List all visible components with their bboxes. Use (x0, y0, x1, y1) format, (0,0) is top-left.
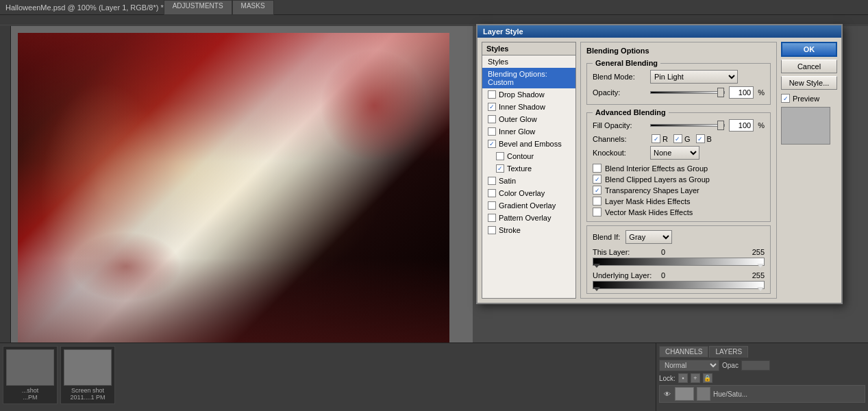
opacity-input-bottom[interactable] (741, 360, 770, 371)
channel-g-checkbox[interactable]: ✓ (673, 134, 682, 143)
opacity-slider-track[interactable] (650, 91, 725, 94)
channel-r-checkbox[interactable]: ✓ (652, 134, 660, 143)
checkbox-satin[interactable] (488, 177, 496, 185)
this-layer-right-handle[interactable] (757, 264, 764, 268)
checkbox-drop-shadow[interactable] (488, 90, 496, 99)
ok-button[interactable]: OK (781, 42, 837, 57)
style-item-gradient-overlay[interactable]: Gradient Overlay (482, 199, 575, 212)
style-item-inner-shadow[interactable]: ✓Inner Shadow (482, 101, 575, 113)
style-label-color-overlay: Color Overlay (499, 189, 545, 197)
style-item-stroke[interactable]: Stroke (482, 224, 575, 236)
channel-r-label: R (662, 135, 668, 143)
fill-opacity-label: Fill Opacity: (593, 121, 646, 129)
transparency-shapes-checkbox[interactable]: ✓ (593, 186, 602, 195)
channel-b-checkbox[interactable]: ✓ (696, 134, 705, 143)
checkbox-pattern-overlay[interactable] (488, 214, 496, 222)
checkbox-outer-glow[interactable] (488, 115, 496, 123)
fill-opacity-thumb[interactable] (717, 121, 724, 130)
dialog-buttons: OK Cancel New Style... ✓ Preview (781, 42, 837, 299)
checkbox-inner-shadow[interactable]: ✓ (488, 103, 496, 111)
preview-checkbox[interactable]: ✓ (781, 94, 790, 103)
bottom-thumb-1[interactable]: ...shot...PM (3, 346, 58, 404)
styles-header[interactable]: Styles (482, 42, 575, 55)
checkbox-color-overlay[interactable] (488, 189, 496, 197)
layer-style-dialog: Layer Style Styles StylesBlending Option… (476, 24, 843, 304)
knockout-label: Knockout: (593, 149, 646, 157)
style-item-contour[interactable]: Contour (482, 150, 575, 162)
layer-name: Hue/Satu... (713, 390, 747, 398)
underlying-max: 255 (752, 271, 765, 279)
tab-channels[interactable]: CHANNELS (659, 346, 708, 358)
blend-mode-row: Blend Mode: NormalDissolveDarkenMultiply… (593, 70, 765, 84)
layer-visibility-icon[interactable]: 👁 (662, 389, 672, 399)
tab-layers[interactable]: LAYERS (709, 346, 748, 358)
underlying-gradient[interactable] (593, 281, 765, 289)
this-layer-header: This Layer: 0 255 (593, 248, 765, 256)
underlying-right-handle[interactable] (757, 287, 764, 291)
layer-mask-row: Layer Mask Hides Effects (593, 197, 765, 206)
knockout-select[interactable]: NoneShallowDeep (650, 146, 699, 160)
channel-g-item: ✓ G (673, 134, 691, 143)
underlying-label: Underlying Layer: (593, 271, 654, 279)
lock-all-icon[interactable]: 🔒 (703, 373, 712, 383)
style-label-outer-glow: Outer Glow (499, 115, 537, 123)
underlying-left-handle[interactable] (593, 287, 600, 291)
blend-interior-label: Blend Interior Effects as Group (605, 164, 708, 173)
lock-position-icon[interactable]: + (691, 373, 700, 383)
layers-blend-select[interactable]: Normal (659, 360, 719, 371)
style-label-styles: Styles (488, 58, 508, 66)
dialog-titlebar: Layer Style (478, 25, 841, 38)
checkbox-contour[interactable] (496, 152, 504, 160)
style-item-bevel-emboss[interactable]: ✓Bevel and Emboss (482, 138, 575, 150)
layers-panel: CHANNELS LAYERS Normal Opac Lock: ▪ + 🔒 … (656, 343, 868, 411)
style-item-color-overlay[interactable]: Color Overlay (482, 187, 575, 199)
blend-clipped-checkbox[interactable]: ✓ (593, 175, 602, 184)
blend-interior-checkbox[interactable] (593, 164, 602, 173)
checkbox-texture[interactable]: ✓ (496, 164, 504, 173)
this-layer-left-handle[interactable] (593, 264, 600, 268)
style-item-blending-options-custom[interactable]: Blending Options: Custom (482, 68, 575, 88)
style-label-inner-shadow: Inner Shadow (499, 103, 545, 111)
checkbox-stroke[interactable] (488, 226, 496, 234)
style-item-drop-shadow[interactable]: Drop Shadow (482, 88, 575, 101)
preview-row: ✓ Preview (781, 94, 837, 103)
opacity-slider-thumb[interactable] (717, 88, 724, 97)
general-blending-group: General Blending Blend Mode: NormalDisso… (586, 59, 771, 105)
blend-mode-select[interactable]: NormalDissolveDarkenMultiplyColor BurnLi… (650, 70, 738, 84)
blend-if-select[interactable]: GrayRedGreenBlue (625, 230, 672, 244)
this-layer-section: This Layer: 0 255 (593, 248, 765, 266)
style-item-pattern-overlay[interactable]: Pattern Overlay (482, 212, 575, 224)
checkbox-gradient-overlay[interactable] (488, 201, 496, 210)
knockout-row: Knockout: NoneShallowDeep (593, 146, 765, 160)
tab-masks[interactable]: MASKS (232, 0, 274, 15)
style-item-styles[interactable]: Styles (482, 55, 575, 68)
new-style-button[interactable]: New Style... (781, 76, 837, 90)
bottom-thumb-2[interactable]: Screen shot2011....1 PM (60, 346, 115, 404)
checkbox-inner-glow[interactable] (488, 127, 496, 136)
tab-adjustments[interactable]: ADJUSTMENTS (164, 0, 232, 15)
style-item-satin[interactable]: Satin (482, 175, 575, 187)
style-label-bevel-emboss: Bevel and Emboss (499, 140, 562, 148)
this-layer-gradient[interactable] (593, 258, 765, 266)
vector-mask-checkbox[interactable] (593, 208, 602, 216)
style-item-texture[interactable]: ✓Texture (482, 162, 575, 175)
opacity-label: Opacity: (593, 88, 646, 97)
cancel-button[interactable]: Cancel (781, 60, 837, 73)
preview-thumbnail (781, 107, 830, 145)
style-item-outer-glow[interactable]: Outer Glow (482, 113, 575, 125)
opacity-value-box[interactable]: 100 (729, 86, 754, 99)
fill-opacity-value[interactable]: 100 (729, 119, 754, 132)
checkbox-bevel-emboss[interactable]: ✓ (488, 140, 496, 148)
style-label-stroke: Stroke (499, 226, 521, 234)
style-item-inner-glow[interactable]: Inner Glow (482, 125, 575, 138)
canvas-image (18, 33, 449, 342)
fill-opacity-slider[interactable] (650, 124, 725, 127)
layer-mask-label: Layer Mask Hides Effects (605, 197, 691, 206)
layers-tabs-row: CHANNELS LAYERS (659, 346, 865, 358)
lock-pixels-icon[interactable]: ▪ (678, 373, 688, 383)
layer-item-1[interactable]: 👁 Hue/Satu... (659, 385, 865, 403)
top-bar: HalloweenMe.psd @ 100% (Layer 1, RGB/8*)… (0, 0, 868, 15)
bottom-left: ...shot...PM Screen shot2011....1 PM (0, 343, 656, 411)
layer-thumb-box (675, 387, 694, 401)
layer-mask-checkbox[interactable] (593, 197, 602, 206)
